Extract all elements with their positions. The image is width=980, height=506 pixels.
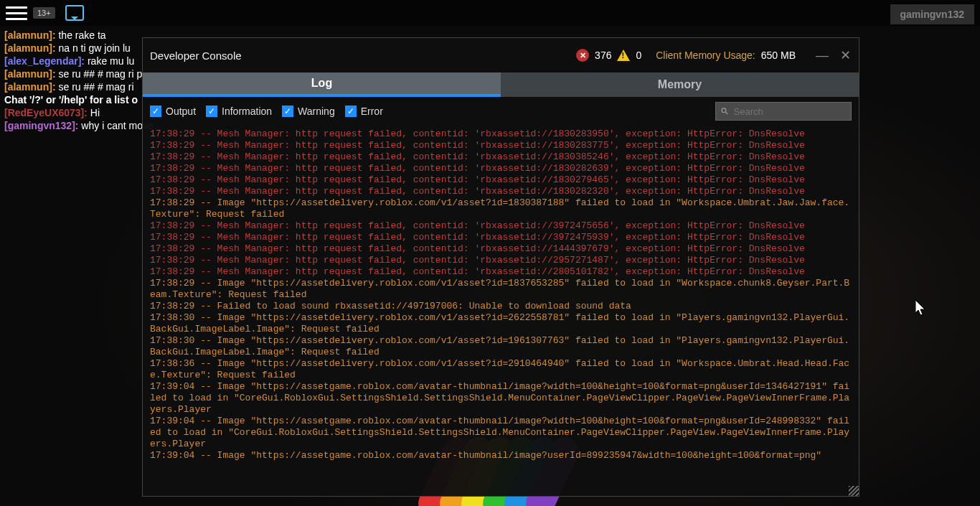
search-box[interactable] [715,102,852,121]
chat-line: [alamnun]: na n ti gw join lu [4,42,154,55]
log-line: 17:38:29 -- Mesh Manager: http request f… [150,243,852,255]
chat-line: Chat '/?' or '/help' for a list o [4,93,154,106]
search-icon [720,106,730,116]
console-status: ✕ 376 0 Client Memory Usage: 650 MB [576,49,796,62]
log-line: 17:39:04 -- Image "https://assetgame.rob… [150,381,852,416]
log-line: 17:38:29 -- Mesh Manager: http request f… [150,232,852,243]
memory-value: 650 MB [761,50,796,61]
chat-message: the rake ta [56,29,106,41]
menu-hamburger-icon[interactable] [6,2,27,24]
minimize-icon[interactable]: — [816,49,829,62]
chat-line: [alex_Legendar]: rake mu lu [4,55,154,67]
warning-count-value: 0 [636,50,641,61]
checkbox-checked-icon: ✓ [206,106,217,117]
filter-output-label: Output [166,106,196,117]
filter-error-checkbox[interactable]: ✓ Error [345,106,383,117]
chat-line: [RedEyeUX6073]: Hi [4,106,154,119]
chat-username: [alamnun]: [4,81,56,93]
tab-memory[interactable]: Memory [501,72,859,97]
filter-information-checkbox[interactable]: ✓ Information [206,106,272,117]
resize-handle-icon[interactable] [849,486,859,496]
chat-message: se ru ## # mag ri [56,81,134,93]
log-line: 17:38:29 -- Mesh Manager: http request f… [150,163,852,174]
chat-message: rake mu lu [85,55,134,67]
log-line: 17:38:30 -- Image "https://assetdelivery… [150,312,852,335]
filter-information-label: Information [222,106,272,117]
chat-username: [alamnun]: [4,68,56,80]
log-line: 17:38:29 -- Mesh Manager: http request f… [150,174,852,186]
log-line: 17:38:29 -- Mesh Manager: http request f… [150,186,852,197]
log-line: 17:38:29 -- Mesh Manager: http request f… [150,266,852,278]
console-log-area[interactable]: 17:38:29 -- Mesh Manager: http request f… [143,126,859,496]
log-line: 17:38:29 -- Image "https://assetdelivery… [150,278,852,301]
log-line: 17:38:29 -- Failed to load sound rbxasse… [150,301,852,312]
filter-warning-label: Warning [298,106,335,117]
chat-username: [alex_Legendar]: [4,55,85,67]
close-icon[interactable]: ✕ [839,49,852,62]
filter-error-label: Error [361,106,383,117]
memory-label: Client Memory Usage: [656,50,755,61]
console-title: Developer Console [150,50,242,62]
checkbox-checked-icon: ✓ [282,106,293,117]
error-count-icon: ✕ [576,49,589,62]
chat-username: [alamnun]: [4,29,56,41]
chat-line: [alamnun]: se ru ## # mag ri p [4,67,154,80]
log-line: 17:39:04 -- Image "https://assetgame.rob… [150,450,852,462]
topbar: 13+ [0,0,980,26]
search-input[interactable] [734,106,847,117]
log-line: 17:38:29 -- Mesh Manager: http request f… [150,128,852,140]
chat-username: Chat '/?' or '/help' for a list o [4,94,138,106]
warning-count-icon [617,50,630,61]
log-line: 17:38:29 -- Image "https://assetdelivery… [150,197,852,220]
log-line: 17:38:29 -- Mesh Manager: http request f… [150,140,852,151]
filter-warning-checkbox[interactable]: ✓ Warning [282,106,335,117]
developer-console-window: Developer Console ✕ 376 0 Client Memory … [142,37,859,497]
chat-username: [RedEyeUX6073]: [4,107,88,118]
log-line: 17:39:04 -- Image "https://assetgame.rob… [150,416,852,450]
chat-message: se ru ## # mag ri p [56,68,143,80]
chat-line: [alamnun]: the rake ta [4,29,154,42]
tab-log[interactable]: Log [143,72,501,97]
chat-username: [alamnun]: [4,42,56,54]
chat-message: Hi [88,107,100,118]
log-line: 17:38:36 -- Image "https://assetdelivery… [150,358,852,381]
log-line: 17:38:29 -- Mesh Manager: http request f… [150,255,852,266]
checkbox-checked-icon: ✓ [345,106,357,117]
chat-area: [alamnun]: the rake ta[alamnun]: na n ti… [4,29,154,132]
chat-line: [alamnun]: se ru ## # mag ri [4,80,154,93]
chat-username: [gamingvn132]: [4,120,78,131]
age-badge: 13+ [33,7,55,19]
console-filter-bar: ✓ Output ✓ Information ✓ Warning ✓ Error [143,97,859,126]
log-line: 17:38:29 -- Mesh Manager: http request f… [150,220,852,232]
chat-message: na n ti gw join lu [56,42,131,54]
error-count-value: 376 [595,50,611,61]
chat-line: [gamingvn132]: why i cant move [4,119,154,132]
chat-icon[interactable] [65,5,84,21]
checkbox-checked-icon: ✓ [150,106,161,117]
filter-output-checkbox[interactable]: ✓ Output [150,106,196,117]
log-line: 17:38:29 -- Mesh Manager: http request f… [150,151,852,163]
console-tabs: Log Memory [143,72,859,97]
console-titlebar[interactable]: Developer Console ✕ 376 0 Client Memory … [143,38,859,72]
log-line: 17:38:30 -- Image "https://assetdelivery… [150,335,852,358]
